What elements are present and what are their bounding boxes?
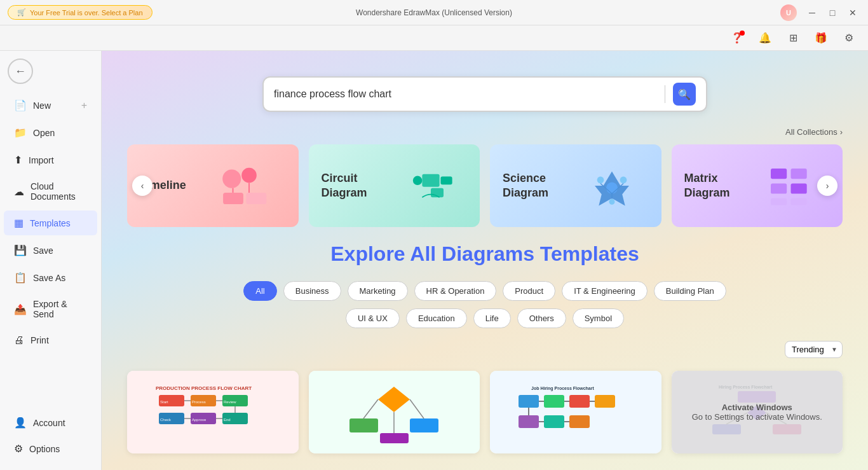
search-box: 🔍 <box>262 76 707 112</box>
notification-icon[interactable]: 🔔 <box>756 29 774 47</box>
filter-others[interactable]: Others <box>517 308 566 328</box>
new-plus-icon: + <box>81 100 87 111</box>
sidebar-item-save[interactable]: 💾 Save <box>4 238 97 263</box>
sidebar-label-account: Account <box>33 418 65 428</box>
trial-banner[interactable]: 🛒 Your Free Trial is over. Select a Plan <box>8 5 153 20</box>
svg-rect-56 <box>569 395 590 408</box>
sidebar-item-open[interactable]: 📁 Open <box>4 120 97 145</box>
filter-marketing[interactable]: Marketing <box>348 281 408 301</box>
svg-point-14 <box>620 177 627 184</box>
filter-business[interactable]: Business <box>283 281 341 301</box>
all-collections-link[interactable]: All Collections › <box>785 127 843 137</box>
svg-rect-55 <box>544 395 564 408</box>
save-icon: 💾 <box>14 244 27 256</box>
template-grid: PRODUCTION PROCESS FLOW CHART <box>127 363 843 469</box>
help-icon[interactable]: ❓ <box>728 29 746 47</box>
template-card-2[interactable] <box>309 371 480 453</box>
options-icon: ⚙ <box>14 443 23 455</box>
sidebar-label-cloud: Cloud Documents <box>31 181 87 202</box>
window-controls: ─ □ ✕ <box>804 5 860 20</box>
filter-education[interactable]: Education <box>406 308 467 328</box>
carousel-wrapper: ‹ Timeline <box>127 144 843 227</box>
svg-rect-19 <box>771 169 787 179</box>
sidebar-label-save: Save <box>33 245 53 256</box>
svg-text:Approve: Approve <box>192 418 207 422</box>
circuit-visual <box>394 157 467 214</box>
sidebar-spacer <box>0 354 101 409</box>
apps-icon[interactable]: ⊞ <box>784 29 802 47</box>
maximize-button[interactable]: □ <box>825 5 840 20</box>
gift-icon[interactable]: 🎁 <box>812 29 830 47</box>
svg-text:PRODUCTION PROCESS FLOW CHART: PRODUCTION PROCESS FLOW CHART <box>156 385 252 391</box>
filter-product[interactable]: Product <box>503 281 555 301</box>
sidebar-item-new[interactable]: 📄 New + <box>4 93 97 118</box>
carousel-items: Timeline <box>127 144 843 227</box>
carousel-label-circuit: Circuit Diagram <box>322 171 387 201</box>
svg-text:Review: Review <box>224 400 236 404</box>
svg-rect-22 <box>790 183 806 193</box>
saveas-icon: 📋 <box>14 272 27 284</box>
sidebar-bottom: 👤 Account ⚙ Options <box>0 409 101 470</box>
chevron-right-icon: › <box>840 127 843 137</box>
back-button[interactable]: ← <box>5 56 36 86</box>
explore-title: Explore All Diagrams Templates <box>127 242 843 266</box>
svg-rect-59 <box>544 415 564 428</box>
explore-section: Explore All Diagrams Templates All Busin… <box>102 242 868 469</box>
sidebar-label-export: Export & Send <box>33 299 87 319</box>
sort-wrapper: Trending Newest Popular ▼ <box>785 341 843 358</box>
trial-text: Your Free Trial is over. Select a Plan <box>30 9 143 17</box>
carousel-label-science: Science Diagram <box>503 171 568 201</box>
activate-windows-overlay: Activate Windows Go to Settings to activ… <box>672 371 843 453</box>
sidebar-label-options: Options <box>29 444 60 454</box>
sidebar-item-import[interactable]: ⬆ Import <box>4 148 97 172</box>
back-circle-icon: ← <box>8 59 33 84</box>
carousel-card-science[interactable]: Science Diagram <box>490 144 661 227</box>
svg-rect-3 <box>247 193 267 204</box>
sidebar-item-cloud[interactable]: ☁ Cloud Documents <box>4 175 97 208</box>
avatar[interactable]: U <box>780 4 797 21</box>
svg-point-15 <box>609 199 615 205</box>
svg-text:Job Hiring Process Flowchart: Job Hiring Process Flowchart <box>531 386 594 391</box>
filter-it[interactable]: IT & Engineering <box>562 281 648 301</box>
svg-rect-58 <box>519 415 539 428</box>
sort-select[interactable]: Trending Newest Popular <box>785 341 843 358</box>
filter-all[interactable]: All <box>243 281 276 301</box>
sidebar-item-options[interactable]: ⚙ Options <box>4 436 97 461</box>
filter-building[interactable]: Building Plan <box>654 281 726 301</box>
template-card-4[interactable]: Hiring Process Flowchart Activate Window… <box>672 371 843 453</box>
sidebar-item-saveas[interactable]: 📋 Save As <box>4 265 97 290</box>
account-icon: 👤 <box>14 417 27 429</box>
sidebar-item-export[interactable]: 📤 Export & Send <box>4 293 97 326</box>
sidebar: ← 📄 New + 📁 Open ⬆ Import ☁ Cloud Docume… <box>0 51 102 470</box>
filter-ui[interactable]: UI & UX <box>346 308 400 328</box>
activate-windows-title: Activate Windows <box>722 403 792 412</box>
carousel-card-timeline[interactable]: Timeline <box>127 144 299 227</box>
sidebar-item-account[interactable]: 👤 Account <box>4 410 97 435</box>
svg-rect-54 <box>519 395 539 408</box>
settings-icon[interactable]: ⚙ <box>840 29 858 47</box>
search-input[interactable] <box>274 88 657 100</box>
search-button[interactable]: 🔍 <box>673 83 696 106</box>
svg-rect-6 <box>422 174 439 187</box>
carousel-prev-button[interactable]: ‹ <box>132 176 153 196</box>
open-icon: 📁 <box>14 127 27 139</box>
filter-hr[interactable]: HR & Operation <box>414 281 497 301</box>
toolbar: ❓ 🔔 ⊞ 🎁 ⚙ <box>0 25 868 51</box>
svg-point-0 <box>222 170 241 188</box>
svg-text:Start: Start <box>160 400 168 404</box>
carousel-next-button[interactable]: › <box>817 176 837 196</box>
sort-row: Trending Newest Popular ▼ <box>127 336 843 363</box>
minimize-button[interactable]: ─ <box>804 5 820 20</box>
filter-symbol[interactable]: Symbol <box>573 308 624 328</box>
template-card-3[interactable]: Job Hiring Process Flowchart <box>490 371 661 453</box>
close-button[interactable]: ✕ <box>845 5 860 20</box>
template-card-1[interactable]: PRODUCTION PROCESS FLOW CHART <box>127 371 299 453</box>
sidebar-label-print: Print <box>31 335 49 345</box>
carousel-header: All Collections › <box>127 127 843 137</box>
sidebar-item-templates[interactable]: ▦ Templates <box>4 211 97 235</box>
sidebar-item-print[interactable]: 🖨 Print <box>4 328 97 352</box>
filter-life[interactable]: Life <box>473 308 511 328</box>
print-icon: 🖨 <box>14 335 24 346</box>
carousel-card-circuit[interactable]: Circuit Diagram <box>309 144 480 227</box>
titlebar-right: U ─ □ ✕ <box>780 4 860 21</box>
